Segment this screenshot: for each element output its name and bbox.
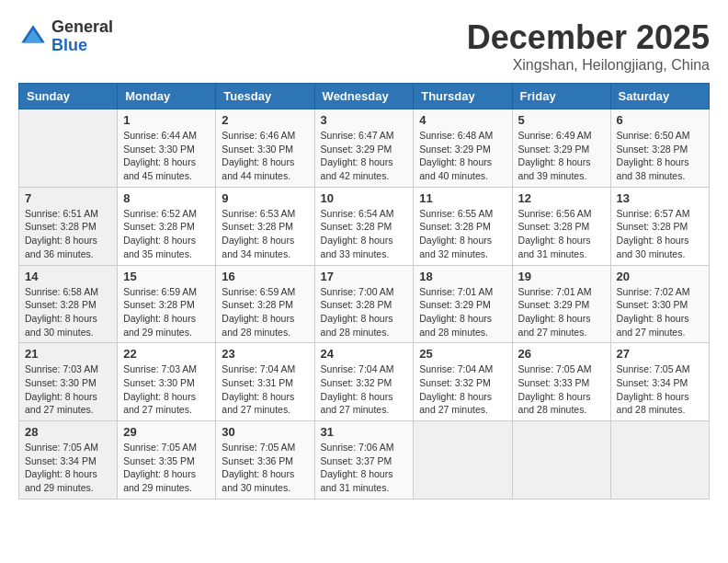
weekday-header-sunday: Sunday	[19, 84, 118, 109]
day-info: Sunrise: 7:06 AM Sunset: 3:37 PM Dayligh…	[321, 441, 408, 495]
day-number: 21	[25, 347, 111, 361]
day-info: Sunrise: 6:44 AM Sunset: 3:30 PM Dayligh…	[123, 129, 210, 183]
day-info: Sunrise: 6:46 AM Sunset: 3:30 PM Dayligh…	[222, 129, 308, 183]
weekday-header-tuesday: Tuesday	[216, 84, 314, 109]
logo: General Blue	[18, 18, 113, 55]
calendar-cell: 5Sunrise: 6:49 AM Sunset: 3:29 PM Daylig…	[512, 109, 610, 188]
day-number: 16	[222, 270, 308, 283]
day-number: 11	[419, 191, 506, 205]
day-info: Sunrise: 6:59 AM Sunset: 3:28 PM Dayligh…	[222, 285, 308, 339]
day-number: 31	[321, 425, 408, 439]
weekday-header-thursday: Thursday	[414, 84, 512, 109]
day-number: 14	[25, 270, 111, 283]
calendar-cell: 7Sunrise: 6:51 AM Sunset: 3:28 PM Daylig…	[19, 187, 118, 265]
day-number: 17	[321, 270, 408, 283]
day-info: Sunrise: 6:49 AM Sunset: 3:29 PM Dayligh…	[518, 129, 605, 183]
calendar-cell: 18Sunrise: 7:01 AM Sunset: 3:29 PM Dayli…	[414, 265, 512, 343]
day-number: 24	[321, 347, 408, 361]
day-number: 25	[419, 347, 506, 361]
calendar-cell: 26Sunrise: 7:05 AM Sunset: 3:33 PM Dayli…	[512, 343, 610, 421]
calendar-cell: 16Sunrise: 6:59 AM Sunset: 3:28 PM Dayli…	[216, 265, 314, 343]
day-info: Sunrise: 6:57 AM Sunset: 3:28 PM Dayligh…	[617, 207, 703, 261]
logo-icon	[18, 22, 48, 52]
day-number: 4	[419, 113, 506, 127]
day-info: Sunrise: 7:05 AM Sunset: 3:36 PM Dayligh…	[222, 441, 308, 495]
calendar-cell: 31Sunrise: 7:06 AM Sunset: 3:37 PM Dayli…	[314, 421, 414, 500]
day-info: Sunrise: 7:00 AM Sunset: 3:28 PM Dayligh…	[321, 285, 408, 339]
day-number: 18	[419, 270, 506, 283]
calendar-cell: 2Sunrise: 6:46 AM Sunset: 3:30 PM Daylig…	[216, 109, 314, 188]
day-info: Sunrise: 7:04 AM Sunset: 3:31 PM Dayligh…	[222, 362, 308, 417]
calendar-cell: 21Sunrise: 7:03 AM Sunset: 3:30 PM Dayli…	[19, 343, 118, 421]
calendar-cell: 20Sunrise: 7:02 AM Sunset: 3:30 PM Dayli…	[610, 265, 709, 343]
day-info: Sunrise: 6:47 AM Sunset: 3:29 PM Dayligh…	[321, 129, 408, 183]
calendar-cell	[512, 421, 610, 500]
day-info: Sunrise: 6:50 AM Sunset: 3:28 PM Dayligh…	[617, 129, 703, 183]
day-number: 5	[518, 113, 605, 127]
calendar-cell: 28Sunrise: 7:05 AM Sunset: 3:34 PM Dayli…	[19, 421, 118, 500]
day-number: 22	[123, 347, 210, 361]
calendar-cell: 15Sunrise: 6:59 AM Sunset: 3:28 PM Dayli…	[118, 265, 216, 343]
calendar-cell: 27Sunrise: 7:05 AM Sunset: 3:34 PM Dayli…	[610, 343, 709, 421]
day-info: Sunrise: 6:54 AM Sunset: 3:28 PM Dayligh…	[321, 207, 408, 261]
calendar-cell	[610, 421, 709, 500]
calendar-cell: 24Sunrise: 7:04 AM Sunset: 3:32 PM Dayli…	[314, 343, 414, 421]
day-info: Sunrise: 7:04 AM Sunset: 3:32 PM Dayligh…	[419, 362, 506, 417]
calendar-cell: 12Sunrise: 6:56 AM Sunset: 3:28 PM Dayli…	[512, 187, 610, 265]
day-number: 6	[617, 113, 703, 127]
day-number: 13	[617, 191, 703, 205]
logo-text: General Blue	[51, 18, 113, 55]
calendar-cell: 8Sunrise: 6:52 AM Sunset: 3:28 PM Daylig…	[118, 187, 216, 265]
day-info: Sunrise: 6:48 AM Sunset: 3:29 PM Dayligh…	[419, 129, 506, 183]
day-info: Sunrise: 7:05 AM Sunset: 3:34 PM Dayligh…	[617, 362, 703, 417]
day-info: Sunrise: 6:56 AM Sunset: 3:28 PM Dayligh…	[518, 207, 605, 261]
logo-blue-text: Blue	[51, 37, 113, 55]
weekday-header-row: SundayMondayTuesdayWednesdayThursdayFrid…	[19, 84, 710, 109]
day-number: 30	[222, 425, 308, 439]
calendar-week-row: 21Sunrise: 7:03 AM Sunset: 3:30 PM Dayli…	[19, 343, 710, 421]
calendar-table: SundayMondayTuesdayWednesdayThursdayFrid…	[18, 83, 710, 500]
day-number: 12	[518, 191, 605, 205]
day-info: Sunrise: 6:53 AM Sunset: 3:28 PM Dayligh…	[222, 207, 308, 261]
day-info: Sunrise: 6:52 AM Sunset: 3:28 PM Dayligh…	[123, 207, 210, 261]
day-info: Sunrise: 6:59 AM Sunset: 3:28 PM Dayligh…	[123, 285, 210, 339]
calendar-week-row: 1Sunrise: 6:44 AM Sunset: 3:30 PM Daylig…	[19, 109, 710, 188]
day-info: Sunrise: 7:02 AM Sunset: 3:30 PM Dayligh…	[617, 285, 703, 339]
day-info: Sunrise: 7:01 AM Sunset: 3:29 PM Dayligh…	[419, 285, 506, 339]
day-number: 7	[25, 191, 111, 205]
day-info: Sunrise: 6:55 AM Sunset: 3:28 PM Dayligh…	[419, 207, 506, 261]
calendar-cell: 13Sunrise: 6:57 AM Sunset: 3:28 PM Dayli…	[610, 187, 709, 265]
day-info: Sunrise: 7:03 AM Sunset: 3:30 PM Dayligh…	[123, 362, 210, 417]
calendar-cell: 1Sunrise: 6:44 AM Sunset: 3:30 PM Daylig…	[118, 109, 216, 188]
day-number: 26	[518, 347, 605, 361]
day-number: 29	[123, 425, 210, 439]
day-info: Sunrise: 6:58 AM Sunset: 3:28 PM Dayligh…	[25, 285, 111, 339]
calendar-cell: 19Sunrise: 7:01 AM Sunset: 3:29 PM Dayli…	[512, 265, 610, 343]
calendar-week-row: 7Sunrise: 6:51 AM Sunset: 3:28 PM Daylig…	[19, 187, 710, 265]
day-number: 20	[617, 270, 703, 283]
day-number: 1	[123, 113, 210, 127]
calendar-cell: 4Sunrise: 6:48 AM Sunset: 3:29 PM Daylig…	[414, 109, 512, 188]
calendar-cell: 3Sunrise: 6:47 AM Sunset: 3:29 PM Daylig…	[314, 109, 414, 188]
weekday-header-monday: Monday	[118, 84, 216, 109]
day-number: 28	[25, 425, 111, 439]
month-title: December 2025	[467, 18, 710, 57]
day-number: 9	[222, 191, 308, 205]
day-number: 15	[123, 270, 210, 283]
calendar-cell: 14Sunrise: 6:58 AM Sunset: 3:28 PM Dayli…	[19, 265, 118, 343]
weekday-header-wednesday: Wednesday	[314, 84, 414, 109]
calendar-cell: 11Sunrise: 6:55 AM Sunset: 3:28 PM Dayli…	[414, 187, 512, 265]
day-info: Sunrise: 7:01 AM Sunset: 3:29 PM Dayligh…	[518, 285, 605, 339]
location-subtitle: Xingshan, Heilongjiang, China	[467, 57, 710, 74]
weekday-header-friday: Friday	[512, 84, 610, 109]
day-number: 27	[617, 347, 703, 361]
day-number: 3	[321, 113, 408, 127]
calendar-cell: 10Sunrise: 6:54 AM Sunset: 3:28 PM Dayli…	[314, 187, 414, 265]
calendar-week-row: 14Sunrise: 6:58 AM Sunset: 3:28 PM Dayli…	[19, 265, 710, 343]
calendar-cell: 23Sunrise: 7:04 AM Sunset: 3:31 PM Dayli…	[216, 343, 314, 421]
page-header: General Blue December 2025 Xingshan, Hei…	[18, 18, 710, 74]
calendar-cell	[19, 109, 118, 188]
logo-general-text: General	[51, 18, 113, 37]
calendar-cell: 22Sunrise: 7:03 AM Sunset: 3:30 PM Dayli…	[118, 343, 216, 421]
calendar-cell: 29Sunrise: 7:05 AM Sunset: 3:35 PM Dayli…	[118, 421, 216, 500]
